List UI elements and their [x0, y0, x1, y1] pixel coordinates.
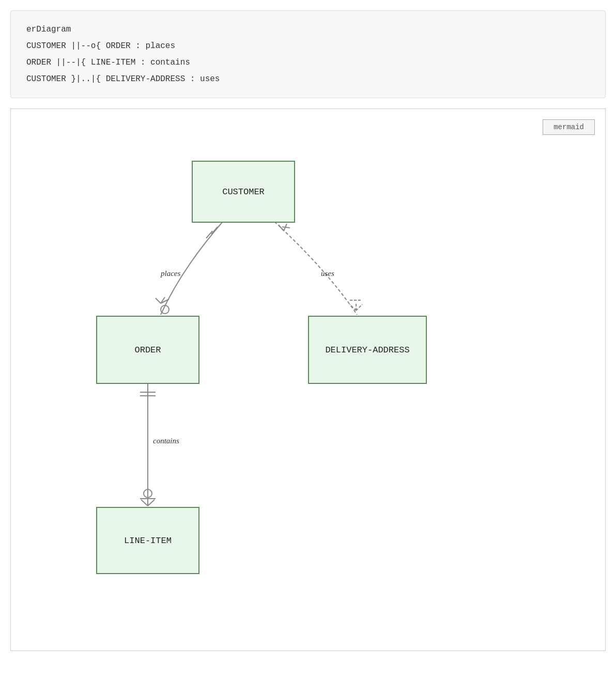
svg-line-17: [350, 304, 356, 311]
svg-point-2: [161, 305, 169, 314]
entity-line-item: LINE-ITEM: [96, 507, 199, 574]
code-line-3: ORDER ||--|{ LINE-ITEM : contains: [26, 54, 590, 71]
label-uses: uses: [321, 269, 334, 278]
entity-order: ORDER: [96, 316, 199, 384]
svg-line-3: [156, 298, 161, 303]
code-section: erDiagram CUSTOMER ||--o{ ORDER : places…: [10, 10, 606, 98]
code-line-1: erDiagram: [26, 21, 590, 38]
svg-line-5: [161, 299, 169, 303]
svg-line-0: [211, 227, 218, 234]
label-contains: contains: [153, 437, 179, 445]
code-line-2: CUSTOMER ||--o{ ORDER : places: [26, 38, 590, 54]
entity-delivery-address: DELIVERY-ADDRESS: [308, 316, 427, 384]
svg-line-16: [282, 227, 290, 228]
label-places: places: [161, 269, 180, 278]
svg-line-10: [141, 500, 148, 506]
svg-line-14: [279, 225, 284, 231]
svg-line-4: [161, 297, 165, 303]
entity-customer: CUSTOMER: [192, 161, 295, 223]
svg-line-15: [284, 224, 287, 231]
svg-line-1: [206, 231, 212, 238]
svg-point-13: [144, 489, 152, 498]
svg-line-19: [356, 304, 362, 311]
svg-line-12: [148, 500, 155, 506]
diagram-section: mermaid: [10, 109, 606, 651]
er-diagram: CUSTOMER places uses ORDER DELIVERY-ADDR…: [21, 119, 595, 626]
code-line-4: CUSTOMER }|..|{ DELIVERY-ADDRESS : uses: [26, 71, 590, 87]
